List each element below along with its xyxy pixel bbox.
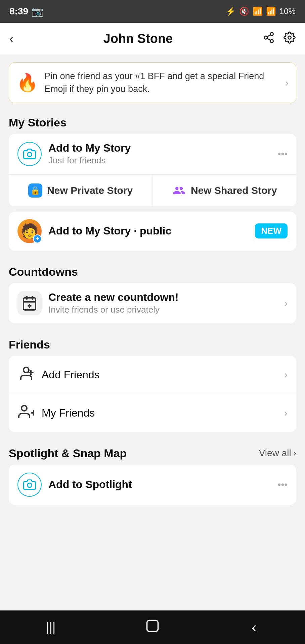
calendar-icon bbox=[17, 291, 42, 315]
my-friends-row[interactable]: My Friends › bbox=[9, 394, 296, 432]
countdown-subtitle: Invite friends or use privately bbox=[48, 305, 277, 315]
add-friends-label: Add Friends bbox=[42, 369, 277, 381]
bff-banner[interactable]: 🔥 Pin one friend as your #1 BFF and get … bbox=[9, 62, 296, 103]
my-stories-card: Add to My Story Just for friends ••• 🔒 N… bbox=[9, 134, 296, 206]
status-bar: 8:39 📷 ⚡ 🔇 📶 📶 10% bbox=[0, 0, 305, 23]
add-story-more-button[interactable]: ••• bbox=[278, 149, 288, 159]
my-stories-section-header: My Stories bbox=[0, 107, 305, 134]
settings-button[interactable] bbox=[284, 32, 296, 46]
spotlight-title: Add to Spotlight bbox=[48, 478, 271, 491]
countdown-chevron-icon: › bbox=[284, 298, 288, 309]
my-friends-icon bbox=[17, 404, 35, 423]
spotlight-label: Spotlight & Snap Map bbox=[9, 447, 127, 460]
spotlight-section-header: Spotlight & Snap Map View all › bbox=[0, 437, 305, 465]
new-private-story-button[interactable]: 🔒 New Private Story bbox=[9, 175, 153, 206]
add-story-text: Add to My Story Just for friends bbox=[48, 142, 271, 166]
add-to-my-story-row[interactable]: Add to My Story Just for friends ••• bbox=[9, 134, 296, 174]
nav-bar: ||| ‹ bbox=[0, 610, 305, 644]
header-actions bbox=[263, 32, 296, 46]
new-badge: NEW bbox=[255, 223, 288, 238]
new-shared-label: New Shared Story bbox=[191, 185, 277, 196]
main-content: 🔥 Pin one friend as your #1 BFF and get … bbox=[0, 55, 305, 610]
view-all-chevron-icon: › bbox=[293, 448, 296, 459]
nav-home-icon bbox=[145, 619, 160, 636]
svg-line-3 bbox=[267, 38, 270, 40]
nav-home-button[interactable] bbox=[139, 617, 166, 637]
status-time: 8:39 📷 bbox=[9, 6, 43, 17]
add-friends-row[interactable]: Add Friends › bbox=[9, 356, 296, 394]
public-story-row[interactable]: 🧑 + Add to My Story · public NEW bbox=[9, 212, 296, 251]
my-friends-label: My Friends bbox=[42, 407, 277, 419]
nav-back-button[interactable]: ‹ bbox=[241, 617, 268, 637]
lock-icon: 🔒 bbox=[28, 183, 42, 198]
my-friends-chevron-icon: › bbox=[284, 407, 288, 419]
add-story-title: Add to My Story bbox=[48, 142, 271, 154]
header: ‹ John Stone bbox=[0, 23, 305, 55]
svg-point-13 bbox=[24, 367, 29, 373]
svg-rect-19 bbox=[147, 620, 158, 631]
status-indicators: ⚡ 🔇 📶 📶 10% bbox=[226, 7, 296, 16]
friends-label: Friends bbox=[9, 338, 50, 351]
new-private-label: New Private Story bbox=[47, 185, 133, 196]
group-icon bbox=[172, 183, 186, 198]
svg-point-16 bbox=[21, 406, 27, 411]
spotlight-camera-icon bbox=[17, 473, 42, 497]
bluetooth-icon: ⚡ bbox=[226, 7, 236, 16]
countdowns-section-header: Countdowns bbox=[0, 256, 305, 283]
user-avatar: 🧑 + bbox=[17, 219, 42, 243]
signal-icon: 📶 bbox=[266, 7, 276, 16]
spotlight-text: Add to Spotlight bbox=[48, 478, 271, 491]
add-story-subtitle: Just for friends bbox=[48, 155, 271, 166]
page-title: John Stone bbox=[103, 32, 173, 46]
nav-back-icon: ‹ bbox=[252, 619, 257, 636]
story-camera-icon bbox=[17, 142, 42, 166]
add-to-spotlight-row[interactable]: Add to Spotlight ••• bbox=[9, 465, 296, 505]
back-button[interactable]: ‹ bbox=[9, 32, 13, 46]
spotlight-more-button[interactable]: ••• bbox=[278, 479, 288, 490]
spotlight-card[interactable]: Add to Spotlight ••• bbox=[9, 465, 296, 505]
countdowns-label: Countdowns bbox=[9, 265, 78, 278]
svg-line-4 bbox=[267, 35, 270, 37]
view-all-button[interactable]: View all › bbox=[259, 448, 296, 459]
countdown-title: Create a new countdown! bbox=[48, 291, 277, 304]
add-friends-chevron-icon: › bbox=[284, 369, 288, 380]
bff-emoji-icon: 🔥 bbox=[16, 72, 38, 93]
my-stories-label: My Stories bbox=[9, 116, 67, 129]
mute-icon: 🔇 bbox=[239, 7, 249, 16]
battery-label: 10% bbox=[279, 7, 296, 16]
create-countdown-row[interactable]: Create a new countdown! Invite friends o… bbox=[9, 283, 296, 323]
time-label: 8:39 bbox=[9, 6, 28, 17]
countdowns-card[interactable]: Create a new countdown! Invite friends o… bbox=[9, 283, 296, 323]
share-button[interactable] bbox=[263, 32, 275, 46]
avatar-plus-icon: + bbox=[33, 234, 42, 243]
view-all-label: View all bbox=[259, 448, 291, 459]
public-story-title: Add to My Story · public bbox=[48, 225, 248, 237]
bff-description: Pin one friend as your #1 BFF and get a … bbox=[44, 70, 279, 96]
bff-chevron-icon: › bbox=[285, 77, 289, 89]
wifi-icon: 📶 bbox=[253, 7, 263, 16]
friends-card: Add Friends › My Friends › bbox=[9, 356, 296, 432]
friends-section-header: Friends bbox=[0, 329, 305, 356]
new-shared-story-button[interactable]: New Shared Story bbox=[153, 175, 297, 206]
svg-point-18 bbox=[28, 483, 32, 487]
svg-point-5 bbox=[288, 36, 291, 39]
countdown-text: Create a new countdown! Invite friends o… bbox=[48, 291, 277, 315]
public-story-card[interactable]: 🧑 + Add to My Story · public NEW bbox=[9, 212, 296, 251]
svg-point-6 bbox=[28, 152, 32, 157]
nav-menu-button[interactable]: ||| bbox=[37, 617, 64, 637]
camera-icon: 📷 bbox=[32, 6, 43, 17]
add-friends-icon bbox=[17, 365, 35, 384]
nav-menu-icon: ||| bbox=[46, 620, 55, 634]
story-action-buttons: 🔒 New Private Story New Shared Story bbox=[9, 174, 296, 206]
public-story-text: Add to My Story · public bbox=[48, 225, 248, 237]
